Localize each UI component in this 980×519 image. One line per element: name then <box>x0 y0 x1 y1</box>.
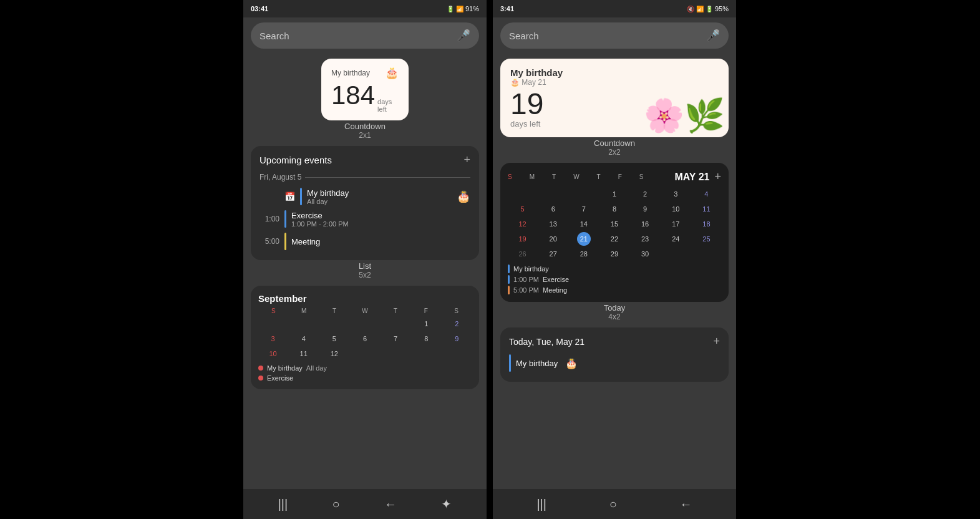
cd-2: 2 <box>638 187 652 201</box>
dow-s1: S <box>258 308 289 314</box>
cal-empty <box>266 317 280 331</box>
cd-19: 19 <box>516 232 530 246</box>
event-name-2: Exercise <box>291 211 470 220</box>
cd-3: 3 <box>669 187 682 201</box>
dow-f: F <box>410 308 441 314</box>
today-event-emoji: 🎂 <box>565 357 578 369</box>
nav-extra-icon[interactable]: ✦ <box>441 497 452 512</box>
right-nav-menu-icon[interactable]: ||| <box>536 497 546 512</box>
cal-11: 11 <box>297 347 311 361</box>
right-mic-icon[interactable]: 🎤 <box>706 29 720 42</box>
cd-16: 16 <box>638 217 652 231</box>
cal-7: 7 <box>389 332 402 346</box>
cal-dow-w: W <box>573 173 579 180</box>
c2-emoji: 🎂 <box>510 78 520 87</box>
today-event-bar <box>509 354 511 372</box>
left-phone: 03:41 🔋 📶 91% Search 🎤 My birthday 🎂 184… <box>243 0 487 519</box>
nav-back-icon[interactable]: ← <box>384 497 397 512</box>
event-name-3: Meeting <box>291 237 470 246</box>
nav-home-icon[interactable]: ○ <box>332 497 340 512</box>
cal-bar-exercise <box>508 275 510 284</box>
cd-empty <box>516 187 530 201</box>
event-info-2: Exercise 1:00 PM - 2:00 PM <box>291 211 470 228</box>
cd-empty3 <box>699 247 713 261</box>
cd-1: 1 <box>608 187 621 201</box>
left-search-bar[interactable]: Search 🎤 <box>251 22 479 49</box>
cd-14: 14 <box>577 217 591 231</box>
countdown-emoji: 🎂 <box>385 66 399 80</box>
left-status-bar: 03:41 🔋 📶 91% <box>243 0 487 17</box>
right-nav-back-icon[interactable]: ← <box>680 497 692 512</box>
upcoming-plus-icon[interactable]: + <box>463 153 470 167</box>
cal-event-exercise: 1:00 PM Exercise <box>508 275 721 284</box>
c2-date: May 21 <box>522 78 546 87</box>
today-event-name: My birthday <box>516 359 558 368</box>
left-mic-icon[interactable]: 🎤 <box>457 29 470 42</box>
today-bottom-widget: Today, Tue, May 21 + My birthday 🎂 <box>500 327 729 382</box>
cd-11: 11 <box>699 202 713 216</box>
cal-dow-s1: S <box>508 173 512 180</box>
cd-empty <box>546 187 560 201</box>
cal-empty <box>327 317 341 331</box>
cd-empty <box>577 187 591 201</box>
event-meeting: 5:00 Meeting <box>260 230 470 253</box>
right-status-bar: 3:41 🔇 📶 🔋 95% <box>493 0 736 17</box>
today-bottom-header: Today, Tue, May 21 + <box>509 335 720 348</box>
countdown-label: Countdown <box>344 122 386 131</box>
cd-13: 13 <box>546 217 560 231</box>
upcoming-events-widget: Upcoming events + Fri, August 5 📅 My bir… <box>251 146 479 260</box>
cal-events: My birthday 1:00 PM Exercise 5:00 PM Mee… <box>508 264 721 294</box>
today-calendar-container: S M T W T F S MAY 21 + <box>500 163 729 321</box>
cd-9: 9 <box>638 202 652 216</box>
cal-empty <box>389 317 402 331</box>
upcoming-title: Upcoming events <box>260 155 332 165</box>
cal-9: 9 <box>450 332 463 346</box>
cal-empty <box>297 317 311 331</box>
cd-26: 26 <box>516 247 530 261</box>
cd-23: 23 <box>638 232 652 246</box>
cal-10: 10 <box>266 347 280 361</box>
event-bar-3 <box>284 233 286 250</box>
left-search-placeholder: Search <box>260 31 452 41</box>
sep-event-name-1: My birthday <box>267 364 303 372</box>
list-label: List <box>251 261 479 271</box>
today-bottom-plus[interactable]: + <box>713 335 720 348</box>
cd-10: 10 <box>669 202 682 216</box>
sep-event-1: My birthday All day <box>258 364 472 372</box>
cal-event-meeting: 5:00 PM Meeting <box>508 286 721 294</box>
today-cal-size: 4x2 <box>500 313 729 321</box>
cd-24: 24 <box>669 232 682 246</box>
right-nav-home-icon[interactable]: ○ <box>609 497 617 512</box>
cd-28: 28 <box>577 247 591 261</box>
battery-percent: 91% <box>465 5 479 12</box>
sep-dot-2 <box>258 376 263 381</box>
event-bar-1 <box>300 188 302 205</box>
event-sub-1: All day <box>307 198 452 205</box>
right-status-icons: 🔇 📶 🔋 95% <box>687 5 729 12</box>
today-cal-label: Today <box>500 303 729 313</box>
date-label: Fri, August 5 <box>260 173 470 182</box>
left-widget-area: My birthday 🎂 184 days left Countdown 2x… <box>243 54 487 489</box>
sep-title: September <box>258 293 472 304</box>
cal-event-meeting-time: 5:00 PM <box>513 286 539 294</box>
nav-menu-icon[interactable]: ||| <box>278 497 288 512</box>
may-calendar-grid: 1 2 3 4 5 6 7 8 9 10 11 12 13 14 15 <box>508 187 721 261</box>
cal-6: 6 <box>358 332 372 346</box>
sep-dow-row: S M T W T F S <box>258 308 472 314</box>
cal-event-birthday: My birthday <box>508 264 721 273</box>
cal-plus-icon[interactable]: + <box>714 170 721 183</box>
sep-calendar-widget: September S M T W T F S 1 2 3 4 5 <box>251 286 479 389</box>
sep-grid: 1 2 3 4 5 6 7 8 9 10 11 12 <box>258 317 472 361</box>
cd-30: 30 <box>638 247 652 261</box>
cd-empty2 <box>669 247 682 261</box>
cal-12: 12 <box>327 347 341 361</box>
sep-event-name-2: Exercise <box>267 374 293 382</box>
cal-8: 8 <box>419 332 433 346</box>
cd-22: 22 <box>608 232 621 246</box>
cal-event-birthday-name: My birthday <box>513 265 549 273</box>
cal-event-meeting-name: Meeting <box>543 286 567 294</box>
cal-dow-t2: T <box>597 173 601 180</box>
right-search-bar[interactable]: Search 🎤 <box>500 22 729 49</box>
cal-event-exercise-name: Exercise <box>543 276 569 283</box>
cd-12: 12 <box>516 217 530 231</box>
